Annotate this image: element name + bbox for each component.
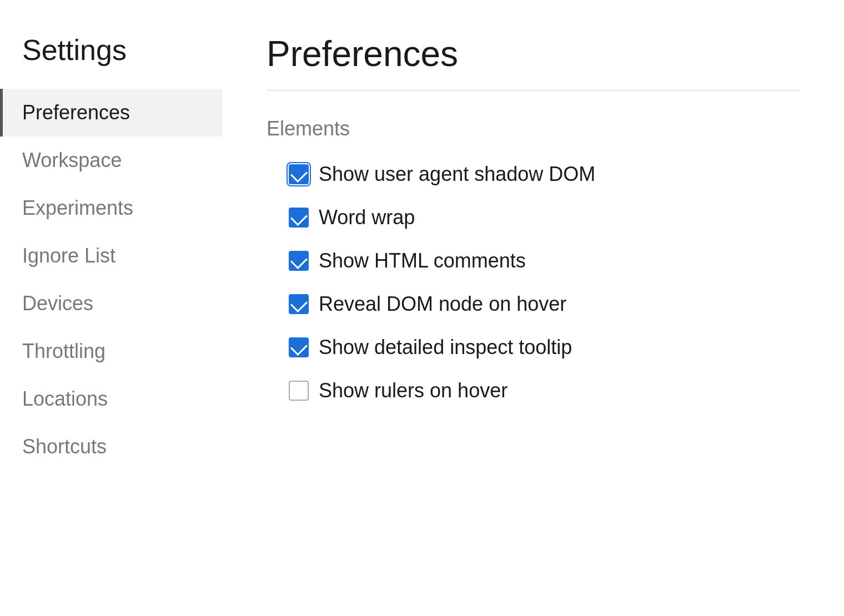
checkbox-text-rulers: Show rulers on hover xyxy=(319,379,508,402)
checkbox-text-html-comments: Show HTML comments xyxy=(319,249,526,272)
sidebar-link-preferences[interactable]: Preferences xyxy=(0,89,222,137)
sidebar-item-preferences[interactable]: Preferences xyxy=(0,89,222,137)
sidebar-item-shortcuts[interactable]: Shortcuts xyxy=(0,423,222,471)
checkbox-item-word-wrap: Word wrap xyxy=(289,206,800,229)
checkbox-list: Show user agent shadow DOMWord wrapShow … xyxy=(267,163,800,402)
sidebar-item-ignore-list[interactable]: Ignore List xyxy=(0,232,222,280)
checkbox-html-comments[interactable] xyxy=(289,251,309,271)
sidebar-nav: PreferencesWorkspaceExperimentsIgnore Li… xyxy=(0,89,222,471)
sidebar-link-locations[interactable]: Locations xyxy=(0,375,222,423)
checkbox-shadow-dom[interactable] xyxy=(289,164,309,184)
sidebar-link-throttling[interactable]: Throttling xyxy=(0,327,222,375)
checkbox-text-shadow-dom: Show user agent shadow DOM xyxy=(319,163,595,186)
checkbox-item-inspect-tooltip: Show detailed inspect tooltip xyxy=(289,336,800,359)
checkbox-label-rulers[interactable]: Show rulers on hover xyxy=(289,379,508,402)
checkbox-text-word-wrap: Word wrap xyxy=(319,206,415,229)
checkbox-label-word-wrap[interactable]: Word wrap xyxy=(289,206,415,229)
sidebar-link-workspace[interactable]: Workspace xyxy=(0,137,222,184)
sidebar-link-devices[interactable]: Devices xyxy=(0,280,222,327)
checkbox-text-reveal-dom: Reveal DOM node on hover xyxy=(319,292,566,316)
checkbox-label-html-comments[interactable]: Show HTML comments xyxy=(289,249,526,272)
checkbox-reveal-dom[interactable] xyxy=(289,294,309,314)
sidebar-link-ignore-list[interactable]: Ignore List xyxy=(0,232,222,280)
sidebar: Settings PreferencesWorkspaceExperiments… xyxy=(0,0,222,616)
checkbox-label-inspect-tooltip[interactable]: Show detailed inspect tooltip xyxy=(289,336,572,359)
checkbox-inspect-tooltip[interactable] xyxy=(289,337,309,357)
divider xyxy=(267,90,800,90)
section-title: Elements xyxy=(267,117,800,140)
checkbox-item-shadow-dom: Show user agent shadow DOM xyxy=(289,163,800,186)
checkbox-item-reveal-dom: Reveal DOM node on hover xyxy=(289,292,800,316)
main-content: Preferences Elements Show user agent sha… xyxy=(222,0,844,616)
sidebar-title: Settings xyxy=(0,33,222,89)
sidebar-item-workspace[interactable]: Workspace xyxy=(0,137,222,184)
checkbox-item-html-comments: Show HTML comments xyxy=(289,249,800,272)
sidebar-link-experiments[interactable]: Experiments xyxy=(0,184,222,232)
checkbox-word-wrap[interactable] xyxy=(289,208,309,228)
checkbox-rulers[interactable] xyxy=(289,381,309,401)
checkbox-label-reveal-dom[interactable]: Reveal DOM node on hover xyxy=(289,292,566,316)
checkbox-label-shadow-dom[interactable]: Show user agent shadow DOM xyxy=(289,163,595,186)
page-title: Preferences xyxy=(267,33,800,74)
sidebar-link-shortcuts[interactable]: Shortcuts xyxy=(0,423,222,471)
checkbox-text-inspect-tooltip: Show detailed inspect tooltip xyxy=(319,336,572,359)
checkbox-item-rulers: Show rulers on hover xyxy=(289,379,800,402)
sidebar-item-locations[interactable]: Locations xyxy=(0,375,222,423)
sidebar-item-throttling[interactable]: Throttling xyxy=(0,327,222,375)
sidebar-item-devices[interactable]: Devices xyxy=(0,280,222,327)
sidebar-item-experiments[interactable]: Experiments xyxy=(0,184,222,232)
